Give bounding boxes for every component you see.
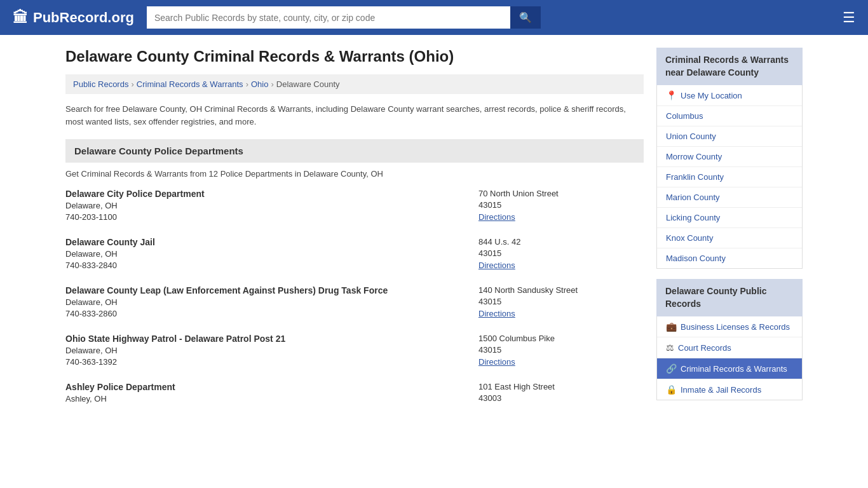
- breadcrumb-sep-1: ›: [131, 79, 133, 89]
- sidebar-licking-county-label: Licking County: [666, 213, 720, 222]
- sidebar-item-business-licenses[interactable]: 💼 Business Licenses & Records: [657, 316, 802, 337]
- search-input[interactable]: [147, 6, 510, 29]
- sidebar-morrow-county-label: Morrow County: [666, 152, 722, 161]
- briefcase-icon: 💼: [666, 322, 677, 332]
- record-phone-4: 740-363-1392: [65, 357, 478, 367]
- breadcrumb: Public Records › Criminal Records & Warr…: [65, 74, 644, 94]
- breadcrumb-public-records[interactable]: Public Records: [73, 79, 128, 89]
- sidebar-nearby-nav: 📍 Use My Location Columbus Union County …: [656, 85, 803, 269]
- sidebar-item-use-my-location[interactable]: 📍 Use My Location: [657, 85, 802, 106]
- location-icon: 📍: [666, 90, 677, 100]
- sidebar-item-marion-county[interactable]: Marion County: [657, 187, 802, 208]
- record-city-3: Delaware, OH: [65, 297, 478, 307]
- record-address-5: 101 East High Street 43003: [478, 382, 644, 405]
- sidebar-item-licking-county[interactable]: Licking County: [657, 208, 802, 228]
- sidebar-knox-county-label: Knox County: [666, 233, 713, 243]
- sidebar-madison-county-label: Madison County: [666, 254, 726, 263]
- record-name-3: Delaware County Leap (Law Enforcement Ag…: [65, 285, 478, 295]
- sidebar-item-union-county[interactable]: Union County: [657, 126, 802, 147]
- addr-street-4: 1500 Columbus Pike: [478, 334, 644, 343]
- table-row: Delaware County Jail Delaware, OH 740-83…: [65, 237, 644, 273]
- directions-link-3[interactable]: Directions: [478, 309, 515, 318]
- header: 🏛 PubRecord.org 🔍 ☰: [0, 0, 868, 35]
- record-info-5: Ashley Police Department Ashley, OH: [65, 382, 478, 405]
- sidebar-marion-county-label: Marion County: [666, 193, 720, 202]
- breadcrumb-criminal-records[interactable]: Criminal Records & Warrants: [137, 79, 243, 89]
- sidebar-inmate-records-label: Inmate & Jail Records: [681, 385, 761, 395]
- sidebar-item-columbus[interactable]: Columbus: [657, 106, 802, 126]
- addr-zip-3: 43015: [478, 297, 644, 306]
- sidebar-criminal-records-label: Criminal Records & Warrants: [681, 364, 787, 374]
- sidebar-item-madison-county[interactable]: Madison County: [657, 248, 802, 268]
- record-city-1: Delaware, OH: [65, 201, 478, 210]
- record-info-3: Delaware County Leap (Law Enforcement Ag…: [65, 285, 478, 318]
- sidebar-union-county-label: Union County: [666, 132, 716, 141]
- sidebar-business-licenses-label: Business Licenses & Records: [681, 322, 790, 332]
- record-city-4: Delaware, OH: [65, 346, 478, 355]
- addr-street-5: 101 East High Street: [478, 382, 644, 391]
- addr-zip-4: 43015: [478, 345, 644, 355]
- search-button[interactable]: 🔍: [510, 6, 541, 29]
- sidebar-location-label: Use My Location: [681, 91, 742, 100]
- sidebar-item-inmate-records[interactable]: 🔒 Inmate & Jail Records: [657, 379, 802, 400]
- table-row: Ashley Police Department Ashley, OH 101 …: [65, 382, 644, 408]
- sidebar-item-knox-county[interactable]: Knox County: [657, 228, 802, 248]
- sidebar-court-records-label: Court Records: [678, 343, 731, 353]
- link-icon: 🔗: [666, 363, 677, 374]
- page-title: Delaware County Criminal Records & Warra…: [65, 48, 644, 65]
- record-name-5: Ashley Police Department: [65, 382, 478, 392]
- search-bar: 🔍: [147, 6, 541, 29]
- addr-zip-2: 43015: [478, 248, 644, 258]
- addr-street-1: 70 North Union Street: [478, 189, 644, 198]
- sidebar-item-franklin-county[interactable]: Franklin County: [657, 167, 802, 187]
- record-phone-2: 740-833-2840: [65, 261, 478, 270]
- sidebar-item-court-records[interactable]: ⚖ Court Records: [657, 337, 802, 358]
- record-phone-3: 740-833-2860: [65, 309, 478, 318]
- table-row: Delaware City Police Department Delaware…: [65, 189, 644, 224]
- sidebar-franklin-county-label: Franklin County: [666, 172, 724, 182]
- record-address-3: 140 North Sandusky Street 43015 Directio…: [478, 285, 644, 318]
- table-row: Ohio State Highway Patrol - Delaware Pat…: [65, 334, 644, 369]
- breadcrumb-delaware-county: Delaware County: [276, 79, 340, 89]
- section-header: Delaware County Police Departments: [65, 139, 644, 163]
- directions-link-4[interactable]: Directions: [478, 357, 515, 367]
- breadcrumb-sep-3: ›: [271, 79, 273, 89]
- sidebar-public-records-header: Delaware County Public Records: [656, 279, 803, 316]
- record-name-4: Ohio State Highway Patrol - Delaware Pat…: [65, 334, 478, 344]
- sidebar-item-morrow-county[interactable]: Morrow County: [657, 147, 802, 167]
- sidebar-nearby-header: Criminal Records & Warrants near Delawar…: [656, 48, 803, 85]
- record-phone-1: 740-203-1100: [65, 212, 478, 222]
- record-address-4: 1500 Columbus Pike 43015 Directions: [478, 334, 644, 367]
- record-name-2: Delaware County Jail: [65, 237, 478, 247]
- lock-icon: 🔒: [666, 384, 677, 395]
- table-row: Delaware County Leap (Law Enforcement Ag…: [65, 285, 644, 321]
- addr-street-3: 140 North Sandusky Street: [478, 285, 644, 295]
- sidebar-columbus-label: Columbus: [666, 111, 703, 121]
- addr-zip-5: 43003: [478, 393, 644, 403]
- scales-icon: ⚖: [666, 342, 674, 353]
- record-name-1: Delaware City Police Department: [65, 189, 478, 199]
- logo-icon: 🏛: [13, 9, 28, 27]
- directions-link-2[interactable]: Directions: [478, 261, 515, 270]
- logo-text: PubRecord.org: [33, 10, 134, 26]
- sidebar-public-records-nav: 💼 Business Licenses & Records ⚖ Court Re…: [656, 316, 803, 400]
- menu-button[interactable]: ☰: [843, 10, 855, 26]
- breadcrumb-sep-2: ›: [246, 79, 248, 89]
- sidebar: Criminal Records & Warrants near Delawar…: [656, 48, 803, 421]
- directions-link-1[interactable]: Directions: [478, 212, 515, 222]
- main-container: Delaware County Criminal Records & Warra…: [53, 35, 815, 433]
- record-city-5: Ashley, OH: [65, 394, 478, 403]
- record-address-2: 844 U.s. 42 43015 Directions: [478, 237, 644, 270]
- logo-link[interactable]: 🏛 PubRecord.org: [13, 9, 134, 27]
- record-address-1: 70 North Union Street 43015 Directions: [478, 189, 644, 222]
- breadcrumb-ohio[interactable]: Ohio: [251, 79, 268, 89]
- record-info-1: Delaware City Police Department Delaware…: [65, 189, 478, 222]
- sidebar-item-criminal-records[interactable]: 🔗 Criminal Records & Warrants: [657, 358, 802, 379]
- addr-zip-1: 43015: [478, 200, 644, 210]
- record-city-2: Delaware, OH: [65, 249, 478, 259]
- record-info-2: Delaware County Jail Delaware, OH 740-83…: [65, 237, 478, 270]
- intro-text: Search for free Delaware County, OH Crim…: [65, 103, 644, 128]
- content-area: Delaware County Criminal Records & Warra…: [65, 48, 644, 421]
- addr-street-2: 844 U.s. 42: [478, 237, 644, 247]
- record-info-4: Ohio State Highway Patrol - Delaware Pat…: [65, 334, 478, 367]
